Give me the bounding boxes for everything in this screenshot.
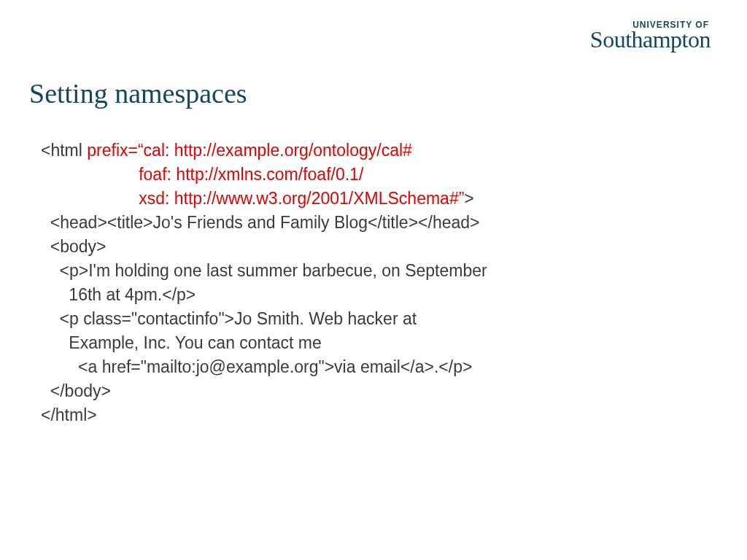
code-line-8: <p class="contactinfo">Jo Smith. Web hac… — [41, 309, 417, 328]
logo-big-text: Southampton — [590, 26, 711, 52]
code-line-9: Example, Inc. You can contact me — [41, 333, 322, 352]
code-line-11: </body> — [41, 381, 111, 400]
code-line-3-close: > — [464, 189, 473, 208]
code-line-3-prefix: xsd: http://www.w3.org/2001/XMLSchema#” — [41, 189, 464, 208]
code-line-1-tag: <html — [41, 141, 87, 160]
code-line-1-prefix: prefix=“cal: http://example.org/ontology… — [87, 141, 412, 160]
code-line-6: <p>I'm holding one last summer barbecue,… — [41, 261, 487, 280]
university-logo: UNIVERSITY OF Southampton — [590, 20, 711, 51]
code-line-2: foaf: http://xmlns.com/foaf/0.1/ — [41, 165, 363, 184]
code-line-10: <a href="mailto:jo@example.org">via emai… — [41, 357, 472, 376]
slide-title: Setting namespaces — [29, 77, 247, 109]
code-line-4: <head><title>Jo's Friends and Family Blo… — [41, 213, 480, 232]
code-line-7: 16th at 4pm.</p> — [41, 285, 196, 304]
code-block: <html prefix=“cal: http://example.org/on… — [41, 139, 487, 427]
code-line-12: </html> — [41, 405, 97, 424]
code-line-5: <body> — [41, 237, 107, 256]
